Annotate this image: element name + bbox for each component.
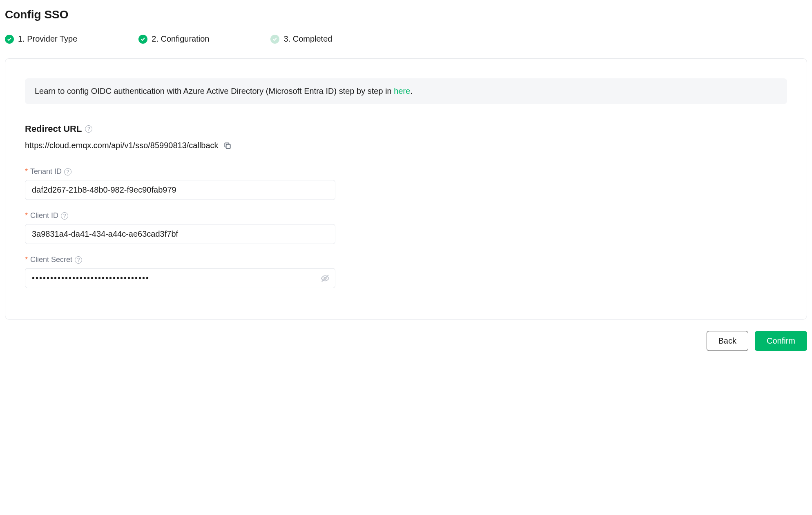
client-secret-group: * Client Secret ? xyxy=(25,255,335,288)
copy-icon[interactable] xyxy=(223,142,232,150)
banner-link[interactable]: here xyxy=(394,87,410,95)
banner-text-suffix: . xyxy=(410,87,413,95)
redirect-url-row: https://cloud.emqx.com/api/v1/sso/859908… xyxy=(25,141,787,150)
step-provider-type: 1. Provider Type xyxy=(5,34,77,44)
client-id-label-row: * Client ID ? xyxy=(25,211,335,220)
step-configuration: 2. Configuration xyxy=(138,34,209,44)
step-label: 1. Provider Type xyxy=(18,34,77,44)
client-secret-label: Client Secret xyxy=(30,255,72,264)
client-id-group: * Client ID ? xyxy=(25,211,335,244)
banner-text-prefix: Learn to config OIDC authentication with… xyxy=(35,87,394,95)
redirect-url-value: https://cloud.emqx.com/api/v1/sso/859908… xyxy=(25,141,219,150)
help-icon[interactable]: ? xyxy=(75,256,82,264)
client-secret-input[interactable] xyxy=(25,268,335,288)
client-id-input[interactable] xyxy=(25,224,335,244)
step-label: 2. Configuration xyxy=(152,34,209,44)
check-circle-icon xyxy=(270,35,279,44)
svg-rect-0 xyxy=(226,144,230,148)
help-icon[interactable]: ? xyxy=(64,168,71,175)
tenant-id-label-row: * Tenant ID ? xyxy=(25,167,335,176)
help-icon[interactable]: ? xyxy=(61,212,68,220)
step-label: 3. Completed xyxy=(283,34,332,44)
tenant-id-input[interactable] xyxy=(25,180,335,200)
client-secret-input-wrapper xyxy=(25,268,335,288)
required-mark: * xyxy=(25,211,28,220)
redirect-url-header: Redirect URL ? xyxy=(25,124,787,134)
stepper: 1. Provider Type 2. Configuration 3. Com… xyxy=(5,34,807,44)
tenant-id-group: * Tenant ID ? xyxy=(25,167,335,200)
step-completed: 3. Completed xyxy=(270,34,332,44)
step-connector xyxy=(85,39,130,39)
confirm-button[interactable]: Confirm xyxy=(755,331,807,351)
config-card: Learn to config OIDC authentication with… xyxy=(5,58,807,320)
client-secret-label-row: * Client Secret ? xyxy=(25,255,335,264)
eye-off-icon[interactable] xyxy=(321,274,330,283)
required-mark: * xyxy=(25,255,28,264)
back-button[interactable]: Back xyxy=(707,331,748,351)
client-id-label: Client ID xyxy=(30,211,58,220)
check-circle-icon xyxy=(5,35,14,44)
footer-actions: Back Confirm xyxy=(5,331,807,351)
help-icon[interactable]: ? xyxy=(85,125,92,133)
page-title: Config SSO xyxy=(5,8,807,21)
step-connector xyxy=(217,39,262,39)
redirect-url-label: Redirect URL xyxy=(25,124,82,134)
required-mark: * xyxy=(25,167,28,176)
check-circle-icon xyxy=(138,35,147,44)
info-banner: Learn to config OIDC authentication with… xyxy=(25,78,787,104)
tenant-id-label: Tenant ID xyxy=(30,167,62,176)
